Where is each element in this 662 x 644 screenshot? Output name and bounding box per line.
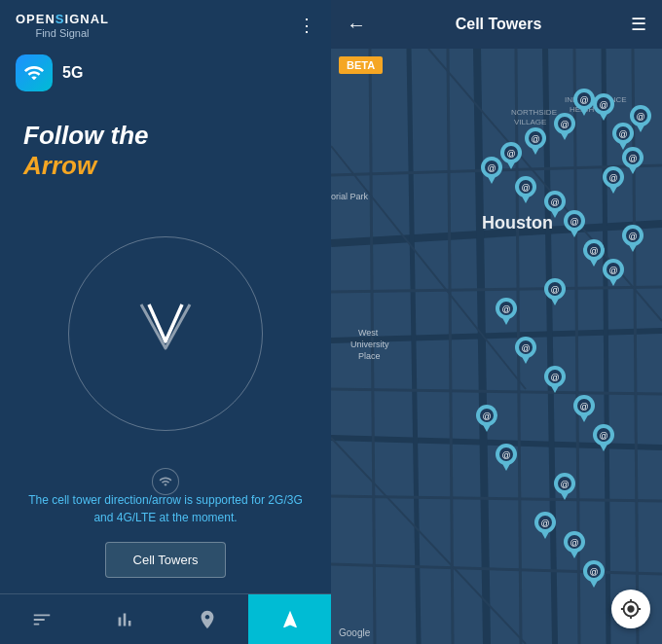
svg-marker-131 <box>588 577 600 588</box>
svg-marker-95 <box>549 295 561 305</box>
nav-item-sort[interactable] <box>0 594 83 644</box>
tower-pin[interactable]: @ <box>564 531 585 562</box>
tower-pin[interactable]: @ <box>481 157 502 188</box>
network-badge: 5G <box>16 54 315 91</box>
svg-text:@: @ <box>589 246 598 256</box>
svg-text:@: @ <box>550 373 559 382</box>
tower-pin[interactable]: @ <box>515 176 536 207</box>
svg-marker-39 <box>627 163 639 174</box>
tower-pin[interactable]: @ <box>525 127 546 159</box>
svg-marker-139 <box>500 460 512 471</box>
svg-marker-111 <box>578 411 590 422</box>
svg-text:West: West <box>358 328 379 338</box>
back-button[interactable]: ← <box>347 14 366 36</box>
tower-pin[interactable]: @ <box>583 560 605 591</box>
svg-marker-103 <box>520 353 532 364</box>
tower-pin[interactable]: @ <box>554 473 575 504</box>
svg-text:@: @ <box>487 163 496 173</box>
svg-text:VILLAGE: VILLAGE <box>514 118 546 126</box>
svg-marker-43 <box>607 183 619 194</box>
tower-pin[interactable]: @ <box>573 89 595 120</box>
tower-pin[interactable]: @ <box>603 166 624 197</box>
locate-button[interactable] <box>611 590 650 628</box>
svg-marker-59 <box>530 144 541 155</box>
svg-text:@: @ <box>501 304 510 314</box>
svg-text:@: @ <box>599 431 607 441</box>
tower-pin[interactable]: @ <box>534 512 556 543</box>
svg-marker-83 <box>588 256 600 267</box>
svg-text:@: @ <box>560 480 569 489</box>
follow-section: Follow the Arrow <box>0 101 331 191</box>
tower-pin[interactable]: @ <box>573 395 595 426</box>
wifi-icon <box>23 62 45 84</box>
svg-text:Houston: Houston <box>482 213 553 233</box>
tower-pin[interactable]: @ <box>476 405 497 436</box>
tower-pin[interactable]: @ <box>583 239 605 270</box>
compass-circle <box>68 236 263 431</box>
tower-pin[interactable]: @ <box>544 191 566 222</box>
beta-badge: BETA <box>339 56 383 74</box>
network-type-label: 5G <box>62 64 83 82</box>
svg-text:@: @ <box>482 411 491 421</box>
network-icon <box>16 54 53 91</box>
svg-text:@: @ <box>636 112 644 122</box>
nav-item-navigate[interactable] <box>248 594 331 644</box>
tower-pin[interactable]: @ <box>622 147 644 178</box>
tower-pin[interactable]: @ <box>544 278 566 309</box>
tower-pin[interactable]: @ <box>515 337 536 368</box>
cell-towers-button[interactable]: Cell Towers <box>105 542 227 578</box>
left-panel: OPENSIGNAL Find Signal ⋮ 5G Follow the A… <box>0 0 331 644</box>
tower-pin[interactable]: @ <box>496 444 517 475</box>
svg-marker-123 <box>539 528 551 539</box>
tower-pin[interactable]: @ <box>554 113 575 144</box>
menu-dots-button[interactable]: ⋮ <box>298 17 315 34</box>
svg-marker-75 <box>549 207 561 218</box>
svg-text:@: @ <box>608 173 617 183</box>
tower-pin[interactable]: @ <box>564 210 585 241</box>
nav-item-location[interactable] <box>166 594 248 644</box>
logo-text: OPENSIGNAL <box>16 12 109 26</box>
right-menu-button[interactable]: ☰ <box>631 14 646 35</box>
location-icon <box>197 609 218 630</box>
tower-pin[interactable]: @ <box>622 225 644 256</box>
svg-marker-71 <box>520 193 532 203</box>
svg-text:@: @ <box>618 129 627 139</box>
bottom-nav <box>0 593 331 644</box>
svg-text:orial Park: orial Park <box>331 192 369 201</box>
nav-item-stats[interactable] <box>83 594 166 644</box>
tower-pin[interactable]: @ <box>603 259 624 290</box>
left-header: OPENSIGNAL Find Signal ⋮ <box>0 0 331 45</box>
tower-pin[interactable]: @ <box>630 105 651 136</box>
svg-text:University: University <box>350 340 389 349</box>
svg-text:@: @ <box>560 120 569 129</box>
tower-pin[interactable]: @ <box>593 424 614 455</box>
svg-text:@: @ <box>628 154 637 163</box>
svg-marker-63 <box>505 159 517 169</box>
svg-marker-31 <box>598 110 609 121</box>
svg-text:@: @ <box>531 134 539 144</box>
svg-text:@: @ <box>506 149 515 159</box>
tower-pin[interactable]: @ <box>593 93 614 125</box>
tower-pin[interactable]: @ <box>496 298 517 329</box>
signal-icon <box>159 475 172 488</box>
svg-marker-135 <box>481 421 493 432</box>
google-label: Google <box>339 627 370 638</box>
svg-text:@: @ <box>570 217 578 227</box>
sort-icon <box>31 609 53 630</box>
svg-text:@: @ <box>589 567 598 577</box>
follow-line2: Arrow <box>23 151 308 181</box>
tower-pin[interactable]: @ <box>544 366 566 397</box>
svg-text:NORTHSIDE: NORTHSIDE <box>511 108 557 117</box>
svg-text:@: @ <box>550 285 559 295</box>
map-container[interactable]: Houston West University Place orial Park… <box>331 49 662 644</box>
svg-marker-115 <box>598 441 609 451</box>
follow-line1: Follow the <box>23 121 308 151</box>
navigate-icon <box>279 609 301 630</box>
tower-pin[interactable]: @ <box>500 142 522 173</box>
right-panel-title: Cell Towers <box>456 16 542 33</box>
stats-icon <box>114 609 135 630</box>
svg-marker-91 <box>627 241 639 252</box>
svg-marker-67 <box>486 173 497 184</box>
compass-area <box>0 191 331 476</box>
svg-text:@: @ <box>579 402 588 411</box>
